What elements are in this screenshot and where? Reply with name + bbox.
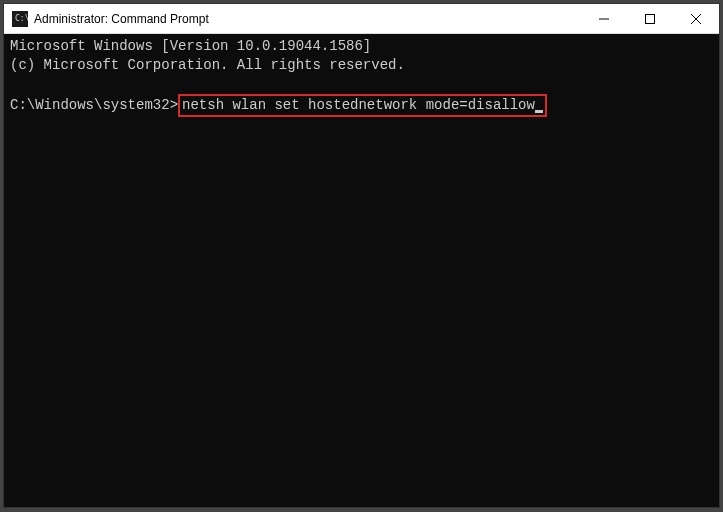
terminal-output[interactable]: Microsoft Windows [Version 10.0.19044.15… <box>4 34 719 507</box>
typed-command: netsh wlan set hostednetwork mode=disall… <box>182 97 535 113</box>
command-prompt-window: C:\ Administrator: Command Prompt Micros… <box>3 3 720 508</box>
cursor-icon <box>535 110 543 113</box>
titlebar[interactable]: C:\ Administrator: Command Prompt <box>4 4 719 34</box>
svg-text:C:\: C:\ <box>15 14 28 23</box>
maximize-button[interactable] <box>627 4 673 33</box>
close-button[interactable] <box>673 4 719 33</box>
svg-rect-3 <box>646 14 655 23</box>
command-highlight: netsh wlan set hostednetwork mode=disall… <box>178 94 547 117</box>
prompt: C:\Windows\system32> <box>10 97 178 113</box>
window-title: Administrator: Command Prompt <box>34 12 581 26</box>
copyright-line: (c) Microsoft Corporation. All rights re… <box>10 57 405 73</box>
window-controls <box>581 4 719 33</box>
cmd-icon: C:\ <box>12 11 28 27</box>
version-line: Microsoft Windows [Version 10.0.19044.15… <box>10 38 371 54</box>
minimize-button[interactable] <box>581 4 627 33</box>
